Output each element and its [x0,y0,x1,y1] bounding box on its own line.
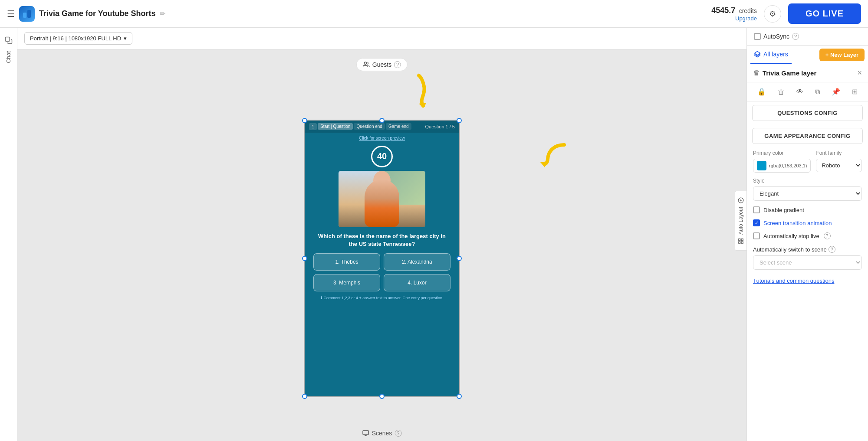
layer-close-button[interactable]: × [857,69,862,78]
new-layer-button[interactable]: + New Layer [819,49,865,61]
all-layers-label: All layers [763,51,788,58]
handle-bm[interactable] [379,394,385,399]
auto-stop-help-icon[interactable]: ? [824,232,831,239]
game-appearance-config-button[interactable]: GAME APPEARANCE CONFIG [752,128,863,144]
questions-config-button[interactable]: QUESTIONS CONFIG [752,105,863,121]
go-live-button[interactable]: GO LIVE [788,3,861,24]
segment-number: 1 [309,123,317,130]
app-title: Trivia Game for Youtube Shorts [39,9,155,18]
tutorials-link[interactable]: Tutorials and common questions [747,273,868,288]
handle-ml[interactable] [302,256,307,261]
handle-mr[interactable] [457,256,462,261]
credits-label: credits [739,7,757,14]
font-family-label: Font family [816,150,862,156]
svg-rect-0 [23,13,26,18]
auto-stop-label: Automatically stop live [763,233,819,239]
phone-content: 1 Start | Question Question end Game end… [305,121,459,396]
auto-layout-grid-icon [738,238,744,244]
all-layers-button[interactable]: All layers [750,46,792,64]
guests-bar[interactable]: Guests ? [356,58,408,71]
guests-help-icon[interactable]: ? [394,61,401,68]
screen-preview-link[interactable]: Click for screen preview [359,136,405,140]
scenes-icon [362,430,369,437]
portrait-chevron: ▾ [124,35,127,42]
auto-layout-tab[interactable]: Auto Layout [735,190,746,250]
answer-3[interactable]: 3. Memphis [313,274,380,291]
svg-rect-6 [363,431,368,434]
primary-color-label: Primary color [753,150,811,156]
tab-start-question[interactable]: Start | Question [318,123,353,130]
scenes-bar[interactable]: Scenes ? [362,430,402,437]
info-icon: ℹ [321,296,322,300]
style-select[interactable]: Elegant Modern Classic [753,186,862,201]
handle-bl[interactable] [302,394,307,399]
eye-icon[interactable]: 👁 [795,86,805,98]
trash-icon[interactable]: 🗑 [776,86,786,98]
tab-question-end[interactable]: Question end [354,123,385,130]
disable-gradient-checkbox[interactable] [753,206,760,213]
comment-hint-text: Comment 1,2,3 or 4 + answer text to answ… [324,296,444,300]
chat-label[interactable]: Chat [5,51,12,63]
handle-tl[interactable] [302,118,307,123]
answer-1[interactable]: 1. Thebes [313,253,380,271]
canvas-content: Guests ? [17,49,746,441]
main-area: Chat Portrait | 9:16 | 1080x1920 FULL HD… [0,28,868,441]
comment-hint: ℹ Comment 1,2,3 or 4 + answer text to an… [305,296,459,300]
svg-rect-16 [741,242,743,243]
handle-tm[interactable] [379,118,385,123]
menu-icon[interactable]: ☰ [7,9,15,19]
style-row: Style Elegant Modern Classic [747,175,868,203]
svg-point-3 [364,62,366,64]
edit-icon[interactable]: ✏ [160,10,165,18]
timer-circle: 40 [371,146,393,167]
svg-rect-14 [741,238,743,240]
lock-icon[interactable]: 🔒 [756,86,768,98]
color-box [757,161,766,170]
layout-icon[interactable]: ⊞ [850,86,859,98]
pin-icon[interactable]: 📌 [830,86,842,98]
question-text: Which of these is the name of the larges… [305,232,459,253]
handle-tr[interactable] [457,118,462,123]
scenes-label: Scenes [372,430,392,437]
autosync-checkbox[interactable] [754,33,761,40]
timer-value: 40 [377,151,387,161]
portrait-select[interactable]: Portrait | 9:16 | 1080x1920 FULL HD ▾ [24,32,132,45]
tab-game-end[interactable]: Game end [386,123,411,130]
autosync-help-icon[interactable]: ? [792,33,799,40]
svg-rect-13 [739,238,740,240]
header-left: ☰ Trivia Game for Youtube Shorts ✏ [7,6,431,22]
handle-br[interactable] [457,394,462,399]
guests-label: Guests [372,61,391,68]
right-panel: AutoSync ? All layers + New Layer ♛ Triv… [746,28,868,441]
auto-switch-label: Automatically switch to scene ? [753,246,862,253]
color-swatch[interactable]: rgba(0,153,203,1) [753,159,811,173]
autosync-text: AutoSync [763,33,789,40]
video-thumbnail [339,171,425,227]
layer-title-area: ♛ Trivia Game layer [753,69,816,77]
credits-amount: 4545.7 [711,6,735,15]
scene-select[interactable]: Select scene [753,255,862,270]
sidebar-copy-icon[interactable] [5,36,13,44]
auto-stop-checkbox[interactable] [753,232,760,239]
upgrade-link[interactable]: Upgrade [711,15,757,22]
answer-2[interactable]: 2. Alexandria [384,253,450,271]
screen-transition-checkbox[interactable]: ✓ [753,219,760,226]
layer-title-text: Trivia Game layer [763,69,816,77]
person-video [339,171,425,227]
layers-icon [754,51,761,58]
scenes-help-icon[interactable]: ? [395,430,401,437]
preview-link-row: Click for screen preview [305,133,459,142]
answer-4[interactable]: 4. Luxor [384,274,450,291]
answers-grid: 1. Thebes 2. Alexandria 3. Memphis 4. Lu… [305,253,459,291]
font-family-select[interactable]: Roboto Arial Open Sans [816,159,862,172]
guests-icon [363,61,370,68]
copy-icon[interactable]: ⧉ [813,86,822,98]
settings-button[interactable]: ⚙ [764,5,781,23]
font-family-col: Font family Roboto Arial Open Sans [816,150,862,172]
autosync-label[interactable]: AutoSync ? [754,33,799,40]
auto-switch-help-icon[interactable]: ? [829,246,835,253]
canvas-area: Portrait | 9:16 | 1080x1920 FULL HD ▾ Gu… [17,28,746,441]
credits-area: 4545.7 credits Upgrade [711,6,757,22]
layer-actions: 🔒 🗑 👁 ⧉ 📌 ⊞ [747,82,868,101]
layer-header: ♛ Trivia Game layer × [747,64,868,82]
